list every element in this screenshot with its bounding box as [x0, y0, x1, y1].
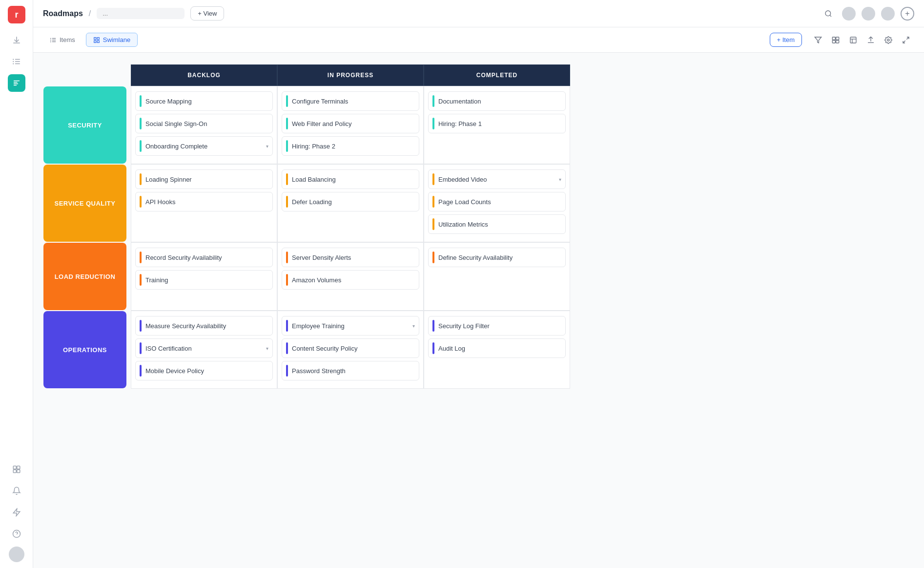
- card-item-s-b-3[interactable]: Onboarding Complete▾: [135, 136, 273, 156]
- breadcrumb-input[interactable]: [97, 8, 185, 19]
- card-item-s-ip-1[interactable]: Configure Terminals: [282, 91, 419, 111]
- card-item-lr-c-1[interactable]: Define Security Availability: [428, 248, 566, 267]
- svg-rect-8: [13, 466, 16, 469]
- sidebar-item-list[interactable]: [8, 53, 25, 70]
- card-item-sq-c-3[interactable]: Utilization Metrics: [428, 214, 566, 234]
- card-dot: [286, 342, 288, 354]
- card-item-s-b-2[interactable]: Social Single Sign-On: [135, 114, 273, 133]
- svg-rect-10: [13, 470, 16, 473]
- cell-operations-backlog: OPERATIONSMeasure Security AvailabilityI…: [131, 311, 277, 389]
- card-item-lr-ip-2[interactable]: Amazon Volumes: [282, 270, 419, 290]
- sidebar-user-avatar[interactable]: [9, 547, 24, 562]
- card-item-op-b-2[interactable]: ISO Certification▾: [135, 338, 273, 358]
- card-dot: [140, 140, 142, 152]
- sidebar-item-help[interactable]: [8, 525, 25, 543]
- card-dot: [286, 140, 288, 152]
- card-dot: [432, 218, 434, 230]
- cell-load_reduction-in_progress: Server Density AlertsAmazon Volumes: [277, 242, 424, 311]
- card-dot: [432, 118, 434, 129]
- card-item-op-c-1[interactable]: Security Log Filter: [428, 316, 566, 336]
- card-item-sq-c-1[interactable]: Embedded Video▾: [428, 169, 566, 189]
- layout-button[interactable]: [845, 32, 862, 48]
- svg-line-37: [903, 41, 905, 43]
- card-item-op-ip-3[interactable]: Password Strength: [282, 361, 419, 380]
- card-dot: [432, 320, 434, 332]
- card-item-op-ip-2[interactable]: Content Security Policy: [282, 338, 419, 358]
- card-chevron-icon: ▾: [559, 177, 561, 182]
- expand-button[interactable]: [898, 32, 914, 48]
- card-item-s-c-1[interactable]: Documentation: [428, 91, 566, 111]
- lane-label-load_reduction: LOAD REDUCTION: [43, 243, 126, 310]
- card-dot: [140, 118, 142, 129]
- cell-load_reduction-backlog: LOAD REDUCTIONRecord Security Availabili…: [131, 242, 277, 311]
- card-item-lr-ip-1[interactable]: Server Density Alerts: [282, 248, 419, 267]
- svg-rect-30: [832, 40, 835, 42]
- card-label: Web Filter and Policy: [292, 120, 415, 127]
- card-item-sq-c-2[interactable]: Page Load Counts: [428, 192, 566, 211]
- card-item-s-c-2[interactable]: Hiring: Phase 1: [428, 114, 566, 133]
- group-button[interactable]: [827, 32, 844, 48]
- card-item-sq-b-2[interactable]: API Hooks: [135, 192, 273, 211]
- add-user-button[interactable]: +: [901, 7, 914, 21]
- add-item-button[interactable]: + Item: [770, 33, 802, 47]
- search-button[interactable]: [821, 6, 836, 21]
- cell-service_quality-in_progress: Load BalancingDefer Loading: [277, 164, 424, 242]
- col-header-in_progress: IN PROGRESS: [277, 64, 424, 86]
- card-dot: [286, 196, 288, 208]
- export-button[interactable]: [862, 32, 879, 48]
- settings-button[interactable]: [880, 32, 897, 48]
- card-item-lr-b-1[interactable]: Record Security Availability: [135, 248, 273, 267]
- card-item-op-c-2[interactable]: Audit Log: [428, 338, 566, 358]
- card-item-sq-b-1[interactable]: Loading Spinner: [135, 169, 273, 189]
- cell-security-in_progress: Configure TerminalsWeb Filter and Policy…: [277, 86, 424, 164]
- card-item-s-ip-2[interactable]: Web Filter and Policy: [282, 114, 419, 133]
- card-item-lr-b-2[interactable]: Training: [135, 270, 273, 290]
- sidebar-item-roadmap[interactable]: [8, 74, 25, 92]
- card-label: Embedded Video: [438, 176, 555, 183]
- sidebar-item-lightning[interactable]: [8, 504, 25, 521]
- user-avatar-1: [842, 7, 856, 21]
- card-chevron-icon: ▾: [266, 144, 268, 149]
- app-logo[interactable]: r: [8, 6, 25, 23]
- card-dot: [140, 342, 142, 354]
- card-item-op-b-1[interactable]: Measure Security Availability: [135, 316, 273, 336]
- card-item-sq-ip-1[interactable]: Load Balancing: [282, 169, 419, 189]
- lane-label-security: SECURITY: [43, 86, 126, 164]
- svg-text:r: r: [15, 10, 18, 20]
- card-label: Onboarding Complete: [145, 143, 262, 150]
- sidebar-item-person[interactable]: [8, 461, 25, 478]
- card-dot: [286, 320, 288, 332]
- sidebar-item-download[interactable]: [8, 31, 25, 49]
- card-item-s-b-1[interactable]: Source Mapping: [135, 91, 273, 111]
- card-dot: [140, 196, 142, 208]
- card-item-op-b-3[interactable]: Mobile Device Policy: [135, 361, 273, 380]
- user-avatar-3: [881, 7, 895, 21]
- sidebar-item-bell[interactable]: [8, 482, 25, 500]
- card-label: Audit Log: [438, 345, 561, 352]
- card-dot: [140, 320, 142, 332]
- card-item-s-ip-3[interactable]: Hiring: Phase 2: [282, 136, 419, 156]
- board-container: BACKLOGIN PROGRESSCOMPLETEDSECURITYSourc…: [33, 53, 924, 568]
- page-title: Roadmaps: [43, 9, 83, 18]
- svg-point-22: [50, 41, 51, 42]
- card-label: Loading Spinner: [145, 176, 268, 183]
- card-item-op-ip-1[interactable]: Employee Training▾: [282, 316, 419, 336]
- filter-button[interactable]: [810, 32, 826, 48]
- card-dot: [432, 173, 434, 185]
- svg-point-35: [887, 39, 889, 41]
- card-label: Content Security Policy: [292, 345, 415, 352]
- tab-swimlane[interactable]: Swimlane: [86, 33, 138, 47]
- tab-items[interactable]: Items: [43, 33, 82, 46]
- card-item-sq-ip-2[interactable]: Defer Loading: [282, 192, 419, 211]
- svg-point-6: [13, 61, 14, 62]
- card-chevron-icon: ▾: [266, 346, 268, 351]
- card-label: Measure Security Availability: [145, 322, 268, 330]
- add-view-button[interactable]: + View: [190, 6, 224, 21]
- card-dot: [140, 95, 142, 107]
- card-dot: [140, 274, 142, 286]
- svg-rect-9: [17, 466, 20, 469]
- card-label: Documentation: [438, 98, 561, 105]
- card-label: ISO Certification: [145, 345, 262, 352]
- card-label: Load Balancing: [292, 176, 415, 183]
- card-label: Hiring: Phase 1: [438, 120, 561, 127]
